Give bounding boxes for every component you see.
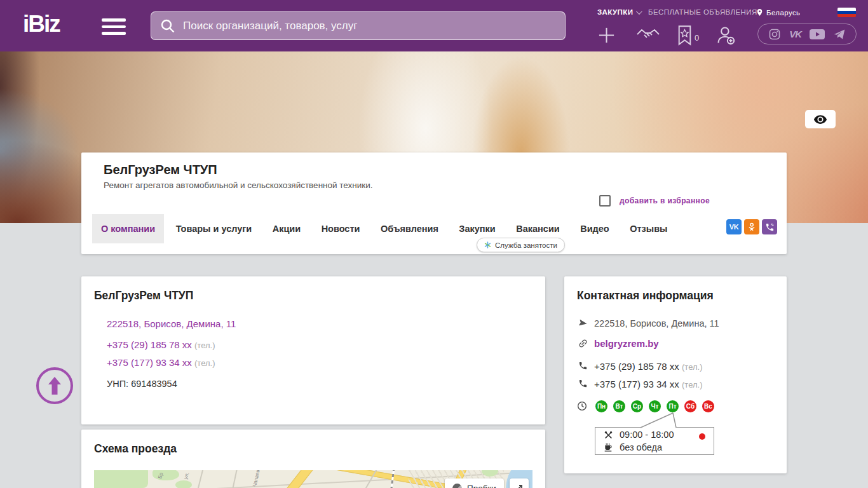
telegram-icon[interactable] xyxy=(833,28,846,41)
hamburger-menu-icon[interactable] xyxy=(102,18,126,36)
about-card-title: БелГрузРем ЧТУП xyxy=(94,289,193,302)
day-badge-fri[interactable]: Пт xyxy=(667,400,679,412)
phone-suffix: (тел.) xyxy=(194,358,215,368)
contact-phone-row-1[interactable]: +375 (29) 185 78 xx (тел.) xyxy=(577,361,702,372)
company-title: БелГрузРем ЧТУП xyxy=(104,163,217,177)
company-header-card: БелГрузРем ЧТУП Ремонт агрегатов автомоб… xyxy=(81,152,787,254)
contact-card-title: Контактная информация xyxy=(577,289,714,302)
status-dot xyxy=(699,433,705,440)
menu-free-ads[interactable]: БЕСПЛАТНЫЕ ОБЪЯВЛЕНИЯ xyxy=(648,8,757,16)
tab-promotions[interactable]: Акции xyxy=(264,214,309,243)
viber-icon[interactable] xyxy=(762,219,777,234)
map-canvas[interactable]: Бр ул. Чапаева Пробки xyxy=(94,470,532,488)
header-social-bar: VK xyxy=(757,24,857,44)
working-hours-tooltip: 09:00 - 18:00 без обеда xyxy=(595,427,714,455)
about-address-link[interactable]: 222518, Борисов, Демина, 11 xyxy=(107,318,236,329)
coffee-cup-icon xyxy=(602,442,614,452)
page: iBiz ЗАКУПКИ БЕСПЛАТНЫЕ ОБЪЯВЛЕНИЯ Белар… xyxy=(0,0,868,488)
favorite-checkbox[interactable] xyxy=(599,195,611,207)
tab-about[interactable]: О компании xyxy=(92,214,164,243)
map-card-title: Схема проезда xyxy=(94,442,177,456)
map-expand-button[interactable] xyxy=(510,478,529,488)
site-logo[interactable]: iBiz xyxy=(23,11,60,37)
about-phone-2[interactable]: +375 (177) 93 34 xx (тел.) xyxy=(107,357,215,368)
language-flag-ru[interactable] xyxy=(837,8,856,17)
add-to-favorites[interactable]: добавить в избранное xyxy=(599,195,710,207)
tab-news[interactable]: Новости xyxy=(313,214,369,243)
about-card: БелГрузРем ЧТУП 222518, Борисов, Демина,… xyxy=(81,276,545,424)
person-add-icon[interactable] xyxy=(715,25,736,48)
about-phone-1[interactable]: +375 (29) 185 78 xx (тел.) xyxy=(107,339,215,350)
phone-icon xyxy=(577,379,588,388)
views-eye-icon[interactable] xyxy=(805,110,836,128)
tab-products[interactable]: Товары и услуги xyxy=(167,214,261,243)
contact-website-row[interactable]: belgryzrem.by xyxy=(577,338,659,349)
day-badge-mon[interactable]: Пн xyxy=(595,400,607,412)
vk-icon[interactable]: VK xyxy=(726,219,742,234)
add-plus-icon[interactable] xyxy=(597,25,616,48)
day-badge-tue[interactable]: Вт xyxy=(613,400,625,412)
link-icon xyxy=(577,338,588,349)
youtube-icon[interactable] xyxy=(810,29,825,40)
day-badge-thu[interactable]: Чт xyxy=(649,400,661,412)
working-days: Пн Вт Ср Чт Пт Сб Вс xyxy=(595,400,714,412)
scroll-to-top-button[interactable] xyxy=(36,367,73,404)
traffic-button[interactable]: Пробки xyxy=(445,478,504,488)
clock-icon xyxy=(577,401,587,414)
arrow-up-icon xyxy=(46,376,63,395)
hours-row: 09:00 - 18:00 xyxy=(602,430,674,440)
expand-icon xyxy=(514,483,524,488)
company-tabs: О компании Товары и услуги Акции Новости… xyxy=(92,214,676,243)
menu-purchases[interactable]: ЗАКУПКИ xyxy=(597,8,641,16)
instagram-icon[interactable] xyxy=(768,28,781,41)
tab-video[interactable]: Видео xyxy=(571,214,618,243)
header: iBiz ЗАКУПКИ БЕСПЛАТНЫЕ ОБЪЯВЛЕНИЯ Белар… xyxy=(0,0,868,51)
day-badge-wed[interactable]: Ср xyxy=(631,400,643,412)
map-card: Схема проезда Бр ул. Чапаева xyxy=(81,430,545,488)
chevron-down-icon xyxy=(636,8,642,15)
favorite-label: добавить в избранное xyxy=(620,196,710,205)
company-unp: УНП: 691483954 xyxy=(107,379,177,389)
tab-reviews[interactable]: Отзывы xyxy=(621,214,676,243)
contact-phone-row-2[interactable]: +375 (177) 93 34 xx (тел.) xyxy=(577,379,702,390)
website-link[interactable]: belgryzrem.by xyxy=(594,338,659,349)
company-social-links: VK xyxy=(726,219,777,234)
traffic-light-icon xyxy=(452,484,462,488)
day-badge-sun[interactable]: Вс xyxy=(702,400,714,412)
handshake-icon[interactable] xyxy=(636,25,660,47)
search-icon xyxy=(160,18,175,34)
contact-card: Контактная информация 222518, Борисов, Д… xyxy=(564,276,787,473)
contact-address-row: 222518, Борисов, Демина, 11 xyxy=(577,318,719,329)
employment-service-badge[interactable]: Служба занятости xyxy=(477,238,565,252)
tools-icon xyxy=(602,430,614,440)
bookmark-star-icon[interactable] xyxy=(676,25,693,48)
tab-ads[interactable]: Объявления xyxy=(372,214,447,243)
company-subtitle: Ремонт агрегатов автомобильной и сельско… xyxy=(104,180,373,190)
odnoklassniki-icon[interactable] xyxy=(744,219,759,234)
search-bar xyxy=(151,11,566,40)
employment-asterisk-icon xyxy=(484,241,491,248)
lunch-row: без обеда xyxy=(602,442,662,452)
location-pin-icon xyxy=(756,8,764,17)
vk-icon[interactable]: VK xyxy=(789,29,801,39)
search-input[interactable] xyxy=(175,20,565,32)
phone-icon xyxy=(577,361,588,370)
favorites-count: 0 xyxy=(695,33,699,43)
country-selector[interactable]: Беларусь xyxy=(756,8,801,17)
phone-suffix: (тел.) xyxy=(194,341,215,350)
navigation-arrow-icon xyxy=(577,318,588,328)
day-badge-sat[interactable]: Сб xyxy=(684,400,696,412)
